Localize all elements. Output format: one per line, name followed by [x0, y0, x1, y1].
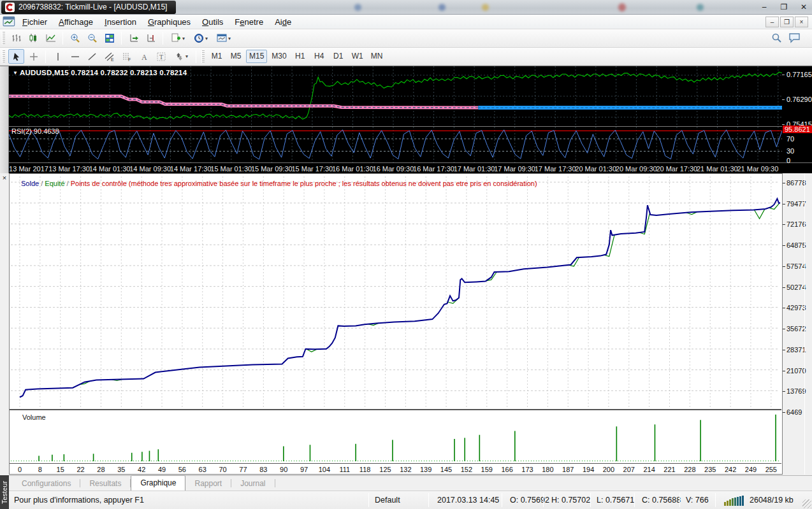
chart-shift-icon[interactable]	[143, 31, 159, 46]
trade-axis-label: 49	[150, 466, 173, 473]
svg-text:T: T	[159, 54, 163, 61]
timeframe-mn[interactable]: MN	[368, 50, 386, 63]
tester-vertical-tab[interactable]: Testeur	[0, 475, 9, 509]
vline-icon[interactable]	[50, 49, 66, 64]
balance-tick	[783, 183, 785, 183]
tab-rapport[interactable]: Rapport	[185, 477, 231, 491]
zoom-in-icon[interactable]	[67, 31, 83, 46]
rsi-scale-label: 0	[787, 157, 790, 164]
tile-windows-icon[interactable]	[101, 31, 117, 46]
toolbar-grip[interactable]	[2, 50, 5, 63]
minimize-button[interactable]: –	[756, 1, 772, 13]
arrows-icon[interactable]: ▾	[170, 49, 192, 64]
chart-area: ▼ AUDUSD,M15 0.78214 0.78232 0.78213 0.7…	[0, 66, 812, 173]
mdi-restore-button[interactable]: ❐	[780, 17, 794, 27]
chevron-down-icon: ▾	[228, 36, 231, 41]
tab-resultats[interactable]: Resultats	[80, 477, 130, 491]
status-low: L: 0.75671	[597, 496, 634, 505]
fibonacci-icon[interactable]: F	[119, 49, 134, 64]
tab-separator	[275, 479, 275, 487]
trade-axis-label: 242	[719, 466, 742, 473]
menu-items: FichierAffichageInsertionGraphiquesOutil…	[17, 15, 297, 29]
mdi-minimize-button[interactable]: –	[765, 17, 779, 27]
balance-scale-label: 42973	[787, 304, 806, 312]
status-volume: V: 766	[686, 496, 709, 505]
new-order-icon[interactable]: ▾	[167, 31, 189, 46]
tab-journal[interactable]: Journal	[231, 477, 274, 491]
menu-aide[interactable]: Aide	[269, 15, 297, 29]
templates-icon[interactable]: ▾	[213, 31, 235, 46]
text-icon[interactable]: A	[136, 49, 152, 64]
menu-graphiques[interactable]: Graphiques	[142, 15, 196, 29]
balance-scale-label: 57574	[787, 262, 806, 270]
trade-axis-label: 104	[313, 466, 336, 473]
balance-graph[interactable]	[10, 174, 781, 409]
cursor-icon[interactable]	[8, 49, 24, 64]
balance-scale-label: 13769	[787, 387, 806, 395]
balance-tick	[783, 391, 785, 392]
rsi-value-label: RSI(2) 90.4638	[11, 127, 59, 135]
price-scale-label: 0.76290	[787, 96, 812, 103]
trade-axis-label: 97	[293, 466, 315, 473]
candlestick-icon[interactable]	[25, 31, 41, 46]
timeframe-h4[interactable]: H4	[310, 50, 328, 63]
timeframe-d1[interactable]: D1	[330, 50, 347, 63]
trade-axis-label: 56	[171, 466, 194, 473]
menu-outils[interactable]: Outils	[196, 15, 229, 29]
crosshair-icon[interactable]	[25, 49, 41, 64]
tester-close-icon[interactable]: ×	[1, 175, 8, 182]
time-axis[interactable]: 13 Mar 201713 Mar 17:3014 Mar 01:3014 Ma…	[0, 162, 812, 174]
mt4-window: 2096738832: Tickmill-Live - [AUDUSD,M15]…	[0, 0, 812, 509]
connection-bars-icon	[724, 495, 746, 506]
rsi-indicator-chart[interactable]	[9, 127, 782, 162]
chevron-down-icon: ▾	[185, 54, 188, 59]
timeframe-m30[interactable]: M30	[268, 50, 289, 63]
toolbar-grip[interactable]	[2, 32, 5, 45]
taskbar-blob	[697, 4, 704, 11]
menu-insertion[interactable]: Insertion	[99, 15, 142, 29]
svg-text:A: A	[141, 52, 147, 61]
timeframe-m5[interactable]: M5	[227, 50, 245, 63]
balance-scale[interactable]: 8677879477721766487557574502744297335672…	[782, 173, 812, 475]
pane-separator[interactable]	[9, 126, 812, 127]
toolbar-separator	[45, 50, 46, 63]
search-icon[interactable]	[771, 32, 782, 43]
timeframe-buttons: M1M5M15M30H1H4D1W1MN	[207, 50, 386, 63]
channel-icon[interactable]: E	[101, 49, 117, 64]
label-icon[interactable]: T	[153, 49, 169, 64]
auto-scroll-icon[interactable]	[126, 31, 141, 46]
timeframe-w1[interactable]: W1	[349, 50, 366, 63]
menu-affichage[interactable]: Affichage	[53, 15, 99, 29]
timeframe-m1[interactable]: M1	[208, 50, 226, 63]
trade-axis-label: 228	[678, 466, 701, 473]
tickmill-logo-icon	[5, 3, 15, 12]
volume-graph[interactable]	[10, 410, 781, 463]
trade-axis-label: 35	[110, 466, 133, 473]
balance-scale-label: 6469	[787, 408, 802, 416]
app-title-tile: 2096738832: Tickmill-Live - [AUDUSD,M15]	[1, 1, 176, 14]
volume-label: Volume	[22, 413, 46, 421]
toolbar-grip[interactable]	[201, 50, 205, 63]
zoom-out-icon[interactable]	[84, 31, 100, 46]
close-button[interactable]: ✕	[795, 1, 812, 13]
menu-fichier[interactable]: Fichier	[17, 15, 53, 29]
status-profile[interactable]: Default	[375, 496, 400, 505]
menu-fenetre[interactable]: Fenetre	[229, 15, 269, 29]
timeframe-m15[interactable]: M15	[246, 50, 267, 63]
tester-graph-box[interactable]: Solde / Equité / Points de contrôle (mét…	[9, 173, 782, 475]
toolbar-standard: ▾ ▾ ▾	[0, 29, 812, 48]
mdi-close-button[interactable]: ×	[795, 17, 808, 27]
tab-configurations[interactable]: Configurations	[13, 477, 80, 491]
line-chart-icon[interactable]	[43, 31, 59, 46]
tab-graphique[interactable]: Graphique	[131, 475, 185, 491]
hline-icon[interactable]	[67, 49, 83, 64]
maximize-button[interactable]: ❐	[776, 1, 792, 13]
resize-grip[interactable]	[802, 499, 811, 508]
timeframe-h1[interactable]: H1	[291, 50, 309, 63]
chat-icon[interactable]	[788, 32, 801, 43]
periods-icon[interactable]: ▾	[190, 31, 212, 46]
trendline-icon[interactable]	[84, 49, 100, 64]
ohlc-bars-icon[interactable]	[8, 31, 24, 46]
chevron-down-icon[interactable]: ▼	[13, 70, 18, 76]
chart-window-icon	[3, 16, 17, 27]
